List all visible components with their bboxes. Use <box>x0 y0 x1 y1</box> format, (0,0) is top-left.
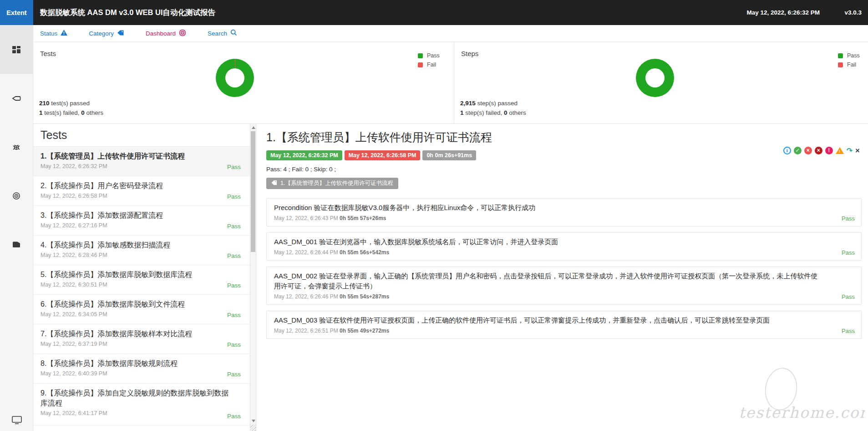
status-badge: Pass <box>227 341 241 348</box>
steps-list: Precondition 验证在数据库脱敏V3.0服务器中，执行相应Linux命… <box>266 198 862 339</box>
legend-item-pass: Pass <box>418 52 440 59</box>
test-list-item[interactable]: 4.【系统操作员】添加敏感数据扫描流程 May 12, 2022, 6:28:4… <box>33 236 256 265</box>
test-list-item[interactable]: 2.【系统操作员】用户名密码登录流程 May 12, 2022, 6:26:58… <box>33 176 256 206</box>
resize-grip[interactable] <box>250 425 256 431</box>
pass-swatch <box>838 53 843 58</box>
sidebar-item-tests[interactable] <box>0 25 33 74</box>
pass-fail-skip-summary: Pass: 4 ; Fail: 0 ; Skip: 0 ; <box>266 166 862 173</box>
end-time-badge: May 12, 2022, 6:26:58 PM <box>345 150 421 160</box>
report-version: v3.0.3 <box>844 0 862 25</box>
report-title: 数据脱敏系统 AAS DM v3.0 WEB UI自动化测试报告 <box>40 0 215 25</box>
step-row: Precondition 验证在数据库脱敏V3.0服务器中，执行相应Linux命… <box>266 198 862 226</box>
step-row: AAS_DM_002 验证在登录界面，输入正确的【系统管理员】用户名和密码，点击… <box>266 267 862 305</box>
steps-chart-section: Steps Pass Fail 2,915 step(s) passed 1 s… <box>454 42 868 123</box>
status-badge: Pass <box>227 193 241 200</box>
extent-report-app: Extent 数据脱敏系统 AAS DM v3.0 WEB UI自动化测试报告 … <box>0 0 868 431</box>
test-time-badges: May 12, 2022, 6:26:32 PM May 12, 2022, 6… <box>266 150 862 160</box>
steps-chart-label: Steps <box>461 50 478 57</box>
steps-stats: 2,915 step(s) passed 1 step(s) failed, 0… <box>460 100 526 119</box>
nav-status-toggle[interactable]: Status <box>40 30 67 37</box>
status-badge: Pass <box>227 312 241 318</box>
step-row: AAS_DM_001 验证在浏览器中，输入数据库脱敏系统域名后，可以正常访问，并… <box>266 232 862 261</box>
status-badge: Pass <box>227 164 241 170</box>
sidebar-item-logs[interactable] <box>0 220 33 269</box>
tests-chart-legend: Pass Fail <box>418 52 440 71</box>
summary-charts-panel: Tests Pass Fail 210 test(s) passed 1 tes… <box>33 42 868 124</box>
search-icon <box>230 29 237 37</box>
tests-donut-chart[interactable] <box>216 59 254 97</box>
tests-view-grid-icon <box>11 45 21 55</box>
fail-swatch <box>838 62 843 67</box>
tests-list-heading: Tests <box>33 124 256 147</box>
step-row: AAS_DM_003 验证在软件使用许可证授权页面，上传正确的软件使用许可证书后… <box>266 311 862 339</box>
legend-item-fail: Fail <box>418 62 440 68</box>
test-list-item[interactable]: 8.【系统操作员】添加数据库脱敏规则流程 May 12, 2022, 6:40:… <box>33 354 256 384</box>
test-list-item[interactable]: 6.【系统操作员】添加数据库脱敏到文件流程 May 12, 2022, 6:34… <box>33 295 256 324</box>
test-list-item[interactable]: 1.【系统管理员】上传软件使用许可证书流程 May 12, 2022, 6:26… <box>33 147 256 176</box>
tests-list-panel: Tests 1.【系统管理员】上传软件使用许可证书流程 May 12, 2022… <box>33 124 256 431</box>
tests-chart-section: Tests Pass Fail 210 test(s) passed 1 tes… <box>33 42 454 123</box>
clear-filter-icon[interactable]: × <box>855 147 860 154</box>
status-badge: Pass <box>227 371 241 378</box>
scrollbar-thumb[interactable] <box>251 131 255 252</box>
test-list-item[interactable]: 7.【系统操作员】添加数据库脱敏样本对比流程 May 12, 2022, 6:3… <box>33 324 256 354</box>
test-tag-chip[interactable]: 1.【系统管理员】上传软件使用许可证书流程 <box>266 178 398 189</box>
status-badge: Pass <box>227 223 241 230</box>
nav-dashboard-toggle[interactable]: Dashboard <box>146 29 186 38</box>
extent-logo[interactable]: Extent <box>0 0 33 25</box>
status-triangle-icon <box>61 30 67 37</box>
sidebar-item-categories[interactable] <box>0 74 33 123</box>
report-datetime: May 12, 2022, 6:26:32 PM <box>746 0 820 25</box>
dashboard-target-icon <box>179 29 186 38</box>
category-tag-icon <box>11 93 21 103</box>
fail-filter-icon[interactable]: × <box>804 147 812 154</box>
nav-search-toggle[interactable]: Search <box>208 29 237 37</box>
sidebar-item-exceptions[interactable] <box>0 123 33 171</box>
legend-item-fail: Fail <box>838 62 860 68</box>
test-detail-panel: 1.【系统管理员】上传软件使用许可证书流程 May 12, 2022, 6:26… <box>257 124 868 431</box>
tests-stats: 210 test(s) passed 1 test(s) failed, 0 o… <box>39 100 103 119</box>
warning-filter-icon[interactable]: ! <box>836 147 844 154</box>
error-filter-icon[interactable]: ! <box>825 147 833 154</box>
step-status-badge: Pass <box>842 249 855 256</box>
pass-filter-icon[interactable]: ✓ <box>794 147 802 154</box>
scroll-up-arrow-icon[interactable] <box>252 126 255 129</box>
test-list-item[interactable]: 9.【系统操作员】添加自定义脱敏规则的数据库脱敏到数据库流程 May 12, 2… <box>33 384 256 426</box>
left-sidebar <box>0 25 33 431</box>
status-filter-toolbar: i ✓ × × ! ! ↷ × <box>783 147 860 154</box>
info-icon[interactable]: i <box>783 147 791 154</box>
status-badge: Pass <box>227 282 241 289</box>
step-status-badge: Pass <box>842 293 855 300</box>
tag-icon <box>271 180 277 187</box>
fatal-filter-icon[interactable]: × <box>815 147 822 154</box>
tests-list-scrollbar[interactable] <box>250 124 256 431</box>
tests-chart-label: Tests <box>40 50 56 57</box>
pass-swatch <box>418 53 423 58</box>
steps-donut-chart[interactable] <box>636 59 674 97</box>
scroll-down-arrow-icon[interactable] <box>252 420 255 422</box>
exceptions-bug-icon <box>11 142 21 152</box>
test-list-item[interactable]: 5.【系统操作员】添加数据库脱敏到数据库流程 May 12, 2022, 6:3… <box>33 265 256 295</box>
step-status-badge: Pass <box>842 328 855 334</box>
tag-icon <box>117 30 124 37</box>
status-badge: Pass <box>227 252 241 259</box>
sidebar-item-dashboard[interactable] <box>0 171 33 220</box>
skip-filter-icon[interactable]: ↷ <box>847 147 853 154</box>
steps-chart-legend: Pass Fail <box>838 52 860 71</box>
view-toggles-nav: Status Category Dashboard Search <box>33 25 868 42</box>
fail-swatch <box>418 62 423 67</box>
status-badge: Pass <box>227 413 241 420</box>
step-status-badge: Pass <box>842 215 855 222</box>
monitor-icon[interactable] <box>11 416 22 426</box>
legend-item-pass: Pass <box>838 52 860 59</box>
start-time-badge: May 12, 2022, 6:26:32 PM <box>266 150 342 160</box>
dashboard-gauge-icon <box>11 191 21 201</box>
testrunner-log-icon <box>11 240 21 250</box>
test-detail-title: 1.【系统管理员】上传软件使用许可证书流程 <box>266 130 862 145</box>
test-list-item[interactable]: 3.【系统操作员】添加数据源配置流程 May 12, 2022, 6:27:16… <box>33 206 256 236</box>
duration-badge: 0h 0m 26s+91ms <box>422 150 476 160</box>
nav-category-toggle[interactable]: Category <box>89 30 124 37</box>
top-navbar: Extent 数据脱敏系统 AAS DM v3.0 WEB UI自动化测试报告 … <box>0 0 868 25</box>
